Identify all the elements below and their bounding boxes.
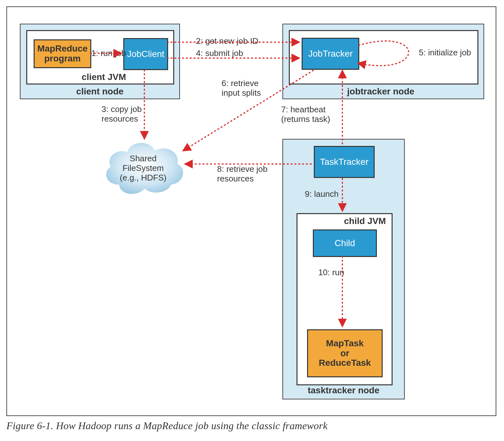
figure-frame: client node client JVM MapReduce program…	[6, 6, 496, 416]
step-9-label: 9: launch	[305, 189, 339, 199]
step-7-label: 7: heartbeat (returns task)	[281, 105, 330, 124]
client-jvm-label: client JVM	[82, 72, 126, 82]
step-3-label: 3: copy job resources	[102, 105, 142, 124]
mapreduce-program-box: MapReduce program	[34, 39, 91, 68]
step-5-label: 5: initialize job	[419, 48, 471, 58]
jobtracker-box: JobTracker	[302, 38, 359, 70]
step-4-label: 4: submit job	[196, 49, 243, 58]
step-2-label: 2: get new job ID	[196, 36, 258, 46]
step-10-label: 10: run	[318, 268, 344, 277]
step-1-label: 1: run job	[91, 49, 126, 58]
jobclient-box: JobClient	[123, 38, 168, 70]
tasktracker-node-label: tasktracker node	[283, 385, 404, 396]
tasktracker-box: TaskTracker	[314, 146, 375, 178]
child-box: Child	[313, 229, 377, 257]
step-6-label: 6: retrieve input splits	[222, 79, 261, 98]
client-node: client node client JVM MapReduce program…	[20, 24, 180, 99]
child-jvm-label: child JVM	[344, 216, 386, 226]
shared-filesystem-cloud: Shared FileSystem (e.g., HDFS)	[100, 137, 186, 197]
jobtracker-node-label: jobtracker node	[347, 86, 414, 97]
jobtracker-node: jobtracker node JobTracker	[282, 24, 484, 99]
figure-caption: Figure 6-1. How Hadoop runs a MapReduce …	[6, 420, 498, 432]
step-8-label: 8: retrieve job resources	[217, 164, 268, 184]
cloud-label: Shared FileSystem (e.g., HDFS)	[120, 154, 167, 183]
maptask-box: MapTask or ReduceTask	[307, 329, 383, 377]
child-jvm: child JVM Child MapTask or ReduceTask	[297, 213, 393, 385]
client-node-label: client node	[20, 86, 179, 97]
